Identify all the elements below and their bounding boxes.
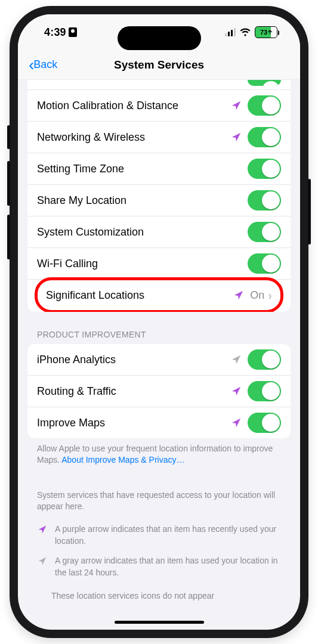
dynamic-island bbox=[118, 26, 201, 50]
settings-content[interactable]: Motion Calibration & Distance Networking… bbox=[18, 80, 300, 630]
privacy-link[interactable]: About Improve Maps & Privacy… bbox=[61, 455, 184, 465]
list-row: Setting Time Zone bbox=[27, 153, 291, 185]
wifi-icon bbox=[239, 28, 251, 37]
toggle-switch[interactable] bbox=[248, 413, 281, 433]
power-button bbox=[308, 179, 311, 244]
section-footer: Allow Apple to use your frequent locatio… bbox=[18, 438, 300, 466]
toggle-switch[interactable] bbox=[248, 190, 281, 210]
legend-text: A purple arrow indicates that an item ha… bbox=[55, 524, 281, 547]
status-time: 4:39 bbox=[44, 26, 77, 39]
toggle-switch[interactable] bbox=[248, 95, 281, 116]
toggle-switch[interactable] bbox=[248, 381, 281, 401]
cellular-icon bbox=[225, 28, 236, 36]
toggle-switch[interactable] bbox=[248, 80, 281, 86]
home-indicator[interactable] bbox=[115, 621, 204, 624]
row-label: System Customization bbox=[37, 226, 248, 239]
list-row: Improve Maps bbox=[27, 407, 291, 438]
toggle-switch[interactable] bbox=[248, 222, 281, 242]
row-label: Wi-Fi Calling bbox=[37, 258, 248, 270]
page-title: System Services bbox=[114, 58, 204, 72]
status-right: 73𐌣 bbox=[225, 26, 277, 38]
location-arrow-icon bbox=[37, 556, 48, 566]
legend-cutoff-text: These location services icons do not app… bbox=[37, 587, 281, 602]
back-label: Back bbox=[33, 58, 57, 71]
list-row: System Customization bbox=[27, 216, 291, 248]
list-row: Share My Location bbox=[27, 185, 291, 216]
contact-card-icon bbox=[69, 27, 77, 37]
row-label: Significant Locations bbox=[46, 289, 233, 302]
navigation-bar: ‹ Back System Services bbox=[18, 50, 300, 80]
volume-down-button bbox=[7, 215, 10, 259]
list-row: Networking & Wireless bbox=[27, 122, 291, 153]
location-arrow-icon bbox=[231, 386, 242, 397]
row-label: Motion Calibration & Distance bbox=[37, 100, 231, 112]
list-row-peek bbox=[27, 80, 291, 90]
row-label: Improve Maps bbox=[37, 417, 231, 429]
toggle-switch[interactable] bbox=[248, 349, 281, 370]
row-label: iPhone Analytics bbox=[37, 354, 231, 366]
list-row: Motion Calibration & Distance bbox=[27, 90, 291, 122]
status-value: On bbox=[250, 289, 264, 302]
mute-switch bbox=[7, 125, 10, 149]
screen: 4:39 73𐌣 ‹ Back System Services bbox=[18, 14, 300, 630]
location-arrow-icon bbox=[231, 354, 242, 365]
list-row: iPhone Analytics bbox=[27, 344, 291, 376]
toggle-switch[interactable] bbox=[248, 159, 281, 179]
row-label: Share My Location bbox=[37, 194, 248, 207]
legend-row-purple: A purple arrow indicates that an item ha… bbox=[37, 524, 281, 547]
system-services-list: Motion Calibration & Distance Networking… bbox=[27, 80, 291, 312]
legend-block: System services that have requested acce… bbox=[18, 466, 300, 602]
product-improvement-list: iPhone Analytics Routing & Traffic Impro… bbox=[27, 344, 291, 438]
section-header: PRODUCT IMPROVEMENT bbox=[18, 312, 300, 344]
phone-frame: 4:39 73𐌣 ‹ Back System Services bbox=[10, 6, 308, 638]
legend-intro: System services that have requested acce… bbox=[37, 490, 281, 513]
location-arrow-icon bbox=[233, 290, 244, 301]
location-arrow-icon bbox=[231, 100, 242, 111]
toggle-switch[interactable] bbox=[248, 253, 281, 274]
chevron-right-icon: › bbox=[268, 289, 272, 302]
battery-icon: 73𐌣 bbox=[255, 26, 277, 38]
list-row: Wi-Fi Calling bbox=[27, 248, 291, 280]
row-label: Routing & Traffic bbox=[37, 385, 231, 398]
significant-locations-row[interactable]: Significant Locations On › bbox=[38, 280, 280, 310]
location-arrow-icon bbox=[37, 525, 48, 534]
volume-up-button bbox=[7, 161, 10, 206]
back-button[interactable]: ‹ Back bbox=[29, 50, 57, 79]
toggle-switch[interactable] bbox=[248, 127, 281, 147]
row-label: Setting Time Zone bbox=[37, 163, 248, 175]
location-arrow-icon bbox=[231, 132, 242, 143]
list-row: Routing & Traffic bbox=[27, 376, 291, 407]
highlighted-row: Significant Locations On › bbox=[35, 277, 283, 312]
row-label: Networking & Wireless bbox=[37, 131, 231, 144]
legend-text: A gray arrow indicates that an item has … bbox=[55, 555, 281, 578]
location-arrow-icon bbox=[231, 417, 242, 428]
legend-row-gray: A gray arrow indicates that an item has … bbox=[37, 555, 281, 578]
